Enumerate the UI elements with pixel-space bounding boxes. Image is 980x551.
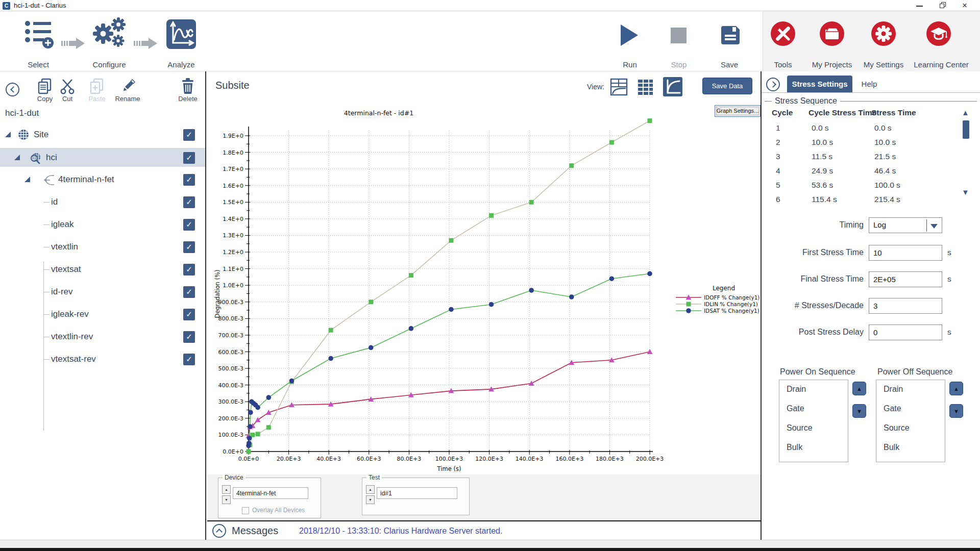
tree-item-checkbox[interactable]: ✓ bbox=[183, 241, 195, 253]
table-cell[interactable]: 1 bbox=[776, 123, 780, 133]
column-header-cycle-stress-time: Cycle Stress Time bbox=[808, 108, 876, 117]
tree-row-site[interactable]: Site✓ bbox=[0, 123, 205, 146]
test-up-spinner[interactable]: ▲ bbox=[366, 485, 375, 494]
restore-icon-front bbox=[940, 4, 944, 8]
power-on-down-button[interactable]: ▼ bbox=[852, 404, 866, 418]
tree-row-vtextlin[interactable]: vtextlin✓ bbox=[0, 236, 205, 258]
tree-row-id-rev[interactable]: id-rev✓ bbox=[0, 281, 205, 303]
table-cell[interactable]: 6 bbox=[776, 195, 780, 204]
paste-icon[interactable] bbox=[88, 78, 106, 95]
table-cell[interactable]: 4 bbox=[776, 166, 780, 176]
copy-icon[interactable] bbox=[36, 78, 54, 95]
table-cell[interactable]: 3 bbox=[776, 152, 780, 161]
power-off-up-button[interactable]: ▲ bbox=[949, 382, 963, 395]
tree-item-checkbox[interactable]: ✓ bbox=[183, 264, 195, 276]
tab-stress-settings[interactable]: Stress Settings bbox=[787, 76, 852, 92]
first-stress-time-field[interactable] bbox=[869, 245, 942, 261]
power-on-up-button[interactable]: ▲ bbox=[852, 382, 866, 395]
collapse-right-panel-button[interactable] bbox=[766, 78, 780, 91]
device-down-spinner[interactable]: ▼ bbox=[222, 495, 231, 504]
power-off-down-button[interactable]: ▼ bbox=[949, 404, 963, 418]
timing-dropdown[interactable]: Log bbox=[869, 217, 942, 233]
tools-icon[interactable] bbox=[770, 20, 796, 47]
sequence-scroll-up-icon[interactable]: ▲ bbox=[962, 108, 969, 117]
final-stress-time-label: Final Stress Time bbox=[762, 274, 864, 284]
tree-row-vtextsat-rev[interactable]: vtextsat-rev✓ bbox=[0, 348, 205, 370]
tree-row-vtextlin-rev[interactable]: vtextlin-rev✓ bbox=[0, 325, 205, 348]
svg-text:IDSAT % Change(y1): IDSAT % Change(y1) bbox=[704, 308, 760, 314]
list-item-source[interactable]: Source bbox=[876, 419, 945, 438]
collapse-left-panel-button[interactable] bbox=[6, 83, 19, 96]
final-stress-time-field[interactable] bbox=[869, 271, 942, 287]
learning-center-icon[interactable] bbox=[925, 20, 952, 47]
project-name: hci-1-dut bbox=[5, 108, 39, 118]
overlay-all-devices-checkbox[interactable] bbox=[242, 507, 249, 514]
select-icon[interactable] bbox=[21, 16, 55, 50]
expander-icon[interactable] bbox=[5, 132, 11, 137]
svg-text:IDOFF % Change(y1): IDOFF % Change(y1) bbox=[704, 294, 760, 300]
tree-row-vtextsat[interactable]: vtextsat✓ bbox=[0, 258, 205, 281]
tree-item-checkbox[interactable]: ✓ bbox=[183, 129, 195, 141]
tree-item-checkbox[interactable]: ✓ bbox=[183, 196, 195, 208]
tab-help[interactable]: Help bbox=[856, 76, 882, 92]
expander-icon[interactable] bbox=[14, 155, 20, 160]
tree-row-hci[interactable]: hci✓ bbox=[0, 148, 205, 167]
delete-icon[interactable] bbox=[179, 77, 197, 95]
tree-item-label: Site bbox=[34, 130, 48, 140]
run-icon[interactable] bbox=[621, 24, 638, 46]
table-cell[interactable]: 5 bbox=[776, 181, 780, 190]
power-on-list[interactable]: DrainGateSourceBulk bbox=[779, 380, 848, 462]
tree-row-igleak[interactable]: igleak✓ bbox=[0, 213, 205, 236]
test-field[interactable] bbox=[377, 487, 457, 499]
sequence-scrollbar-thumb[interactable] bbox=[963, 120, 969, 139]
list-item-drain[interactable]: Drain bbox=[876, 380, 945, 399]
svg-text:20.0E+3: 20.0E+3 bbox=[277, 456, 301, 462]
close-button[interactable]: × bbox=[953, 0, 976, 11]
my-settings-icon[interactable] bbox=[870, 20, 897, 47]
-stresses-decade-field[interactable] bbox=[869, 298, 942, 314]
svg-text:0.0E+0: 0.0E+0 bbox=[223, 448, 243, 455]
collapse-messages-button[interactable] bbox=[212, 524, 226, 538]
stress-sequence-group: Stress Sequence bbox=[765, 101, 977, 102]
minimize-button[interactable] bbox=[908, 0, 930, 11]
expander-icon[interactable] bbox=[24, 177, 30, 182]
power-off-list[interactable]: DrainGateSourceBulk bbox=[876, 380, 945, 462]
stop-icon[interactable] bbox=[671, 28, 687, 43]
post-stress-delay-field[interactable] bbox=[869, 324, 942, 340]
tree-item-checkbox[interactable]: ✓ bbox=[183, 309, 195, 320]
list-item-bulk[interactable]: Bulk bbox=[779, 438, 848, 458]
tree-item-checkbox[interactable]: ✓ bbox=[183, 219, 195, 231]
first-stress-time-label: First Stress Time bbox=[762, 248, 864, 257]
list-item-bulk[interactable]: Bulk bbox=[876, 438, 945, 458]
list-item-source[interactable]: Source bbox=[779, 419, 848, 438]
tree-item-checkbox[interactable]: ✓ bbox=[183, 174, 195, 186]
device-group: Device ▲ ▼ Overlay All Devices bbox=[218, 478, 321, 518]
test-down-spinner[interactable]: ▼ bbox=[366, 495, 375, 504]
list-item-gate[interactable]: Gate bbox=[876, 399, 945, 419]
focus-ring bbox=[716, 107, 759, 115]
sequence-scroll-down-icon[interactable]: ▼ bbox=[962, 188, 969, 196]
tree-item-checkbox[interactable]: ✓ bbox=[183, 354, 195, 365]
my-settings-label: My Settings bbox=[863, 60, 904, 69]
list-item-drain[interactable]: Drain bbox=[779, 380, 848, 399]
tree-item-checkbox[interactable]: ✓ bbox=[183, 152, 195, 164]
rename-icon[interactable] bbox=[119, 77, 137, 95]
graph-settings-button[interactable]: Graph Settings... bbox=[715, 105, 761, 117]
analyze-icon[interactable] bbox=[166, 19, 196, 49]
tree-item-checkbox[interactable]: ✓ bbox=[183, 286, 195, 298]
tree-row-igleak-rev[interactable]: igleak-rev✓ bbox=[0, 303, 205, 325]
restore-button[interactable] bbox=[931, 0, 953, 11]
table-cell[interactable]: 2 bbox=[776, 138, 780, 147]
tree-row-4terminal-n-fet[interactable]: 4terminal-n-fet✓ bbox=[0, 168, 205, 191]
status-strip bbox=[0, 540, 980, 548]
svg-text:IDLIN % Change(y1): IDLIN % Change(y1) bbox=[704, 301, 758, 307]
my-projects-icon[interactable] bbox=[819, 20, 845, 47]
device-up-spinner[interactable]: ▲ bbox=[222, 485, 231, 494]
tree-item-checkbox[interactable]: ✓ bbox=[183, 331, 195, 343]
cut-icon[interactable] bbox=[59, 78, 76, 95]
tree-row-id[interactable]: id✓ bbox=[0, 191, 205, 213]
configure-icon[interactable] bbox=[92, 15, 128, 51]
list-item-gate[interactable]: Gate bbox=[779, 399, 848, 419]
save-icon[interactable] bbox=[719, 23, 742, 49]
device-field[interactable] bbox=[233, 487, 308, 499]
